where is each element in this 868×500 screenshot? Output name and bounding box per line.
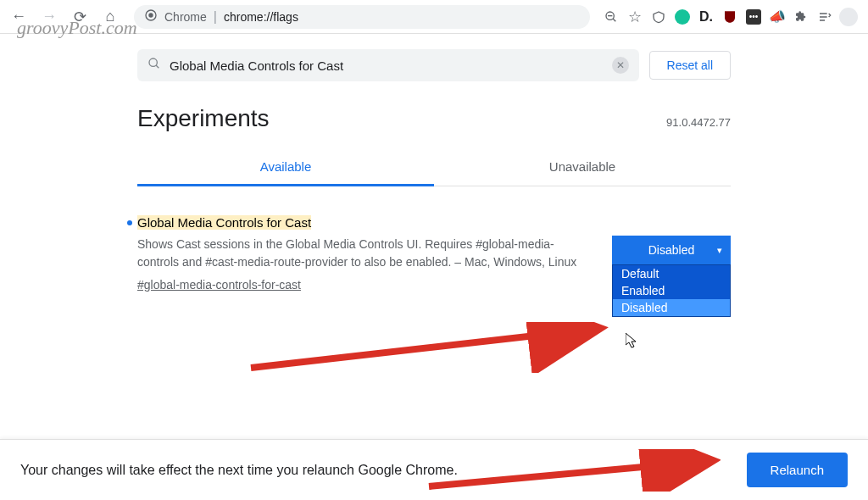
tabs: Available Unavailable xyxy=(137,149,731,186)
toolbar-right: ☆ D. ••• 📣 xyxy=(602,8,861,26)
relaunch-bar: Your changes will take effect the next t… xyxy=(0,439,868,500)
home-button[interactable]: ⌂ xyxy=(98,5,122,29)
svg-point-5 xyxy=(149,58,157,66)
header-row: Experiments 91.0.4472.77 xyxy=(137,105,731,132)
flag-entry: Global Media Controls for Cast Shows Cas… xyxy=(137,215,731,343)
svg-point-1 xyxy=(148,13,153,17)
flag-title: Global Media Controls for Cast xyxy=(137,215,311,230)
reading-list-icon[interactable] xyxy=(815,8,834,26)
tab-unavailable[interactable]: Unavailable xyxy=(434,149,731,186)
select-value: Disabled xyxy=(648,243,694,257)
search-icon xyxy=(147,57,161,74)
flag-hash-link[interactable]: #global-media-controls-for-cast xyxy=(137,278,301,292)
forward-button[interactable]: → xyxy=(37,5,61,29)
search-input[interactable] xyxy=(170,58,604,73)
svg-line-4 xyxy=(613,19,615,21)
zoom-icon[interactable] xyxy=(602,8,620,26)
reset-all-button[interactable]: Reset all xyxy=(649,51,731,80)
extensions-icon[interactable] xyxy=(792,8,810,26)
chevron-down-icon: ▾ xyxy=(717,245,722,256)
profile-avatar[interactable] xyxy=(839,8,858,26)
reload-button[interactable]: ⟳ xyxy=(68,5,92,29)
search-box[interactable]: ✕ xyxy=(137,49,639,81)
campaign-icon[interactable]: 📣 xyxy=(768,8,787,26)
chrome-icon xyxy=(144,8,158,25)
option-disabled[interactable]: Disabled xyxy=(613,299,730,316)
tab-available[interactable]: Available xyxy=(137,149,434,186)
content-area: ✕ Reset all Experiments 91.0.4472.77 Ava… xyxy=(0,34,868,439)
page-title: Experiments xyxy=(137,105,270,132)
flag-state-select[interactable]: Disabled ▾ xyxy=(612,236,731,264)
option-enabled[interactable]: Enabled xyxy=(613,282,730,299)
flag-description: Shows Cast sessions in the Global Media … xyxy=(137,236,595,271)
search-row: ✕ Reset all xyxy=(137,42,731,97)
flag-options-dropdown: Default Enabled Disabled xyxy=(612,264,731,317)
clear-search-icon[interactable]: ✕ xyxy=(612,57,629,74)
url-path: chrome://flags xyxy=(224,10,298,24)
back-button[interactable]: ← xyxy=(7,5,31,29)
lastpass-icon[interactable]: ••• xyxy=(744,8,763,26)
pocket-icon[interactable] xyxy=(649,8,668,26)
dictionary-icon[interactable]: D. xyxy=(697,8,715,26)
relaunch-message: Your changes will take effect the next t… xyxy=(20,463,458,478)
svg-line-6 xyxy=(156,65,159,68)
star-icon[interactable]: ☆ xyxy=(626,8,644,26)
grammarly-icon[interactable] xyxy=(673,8,692,26)
url-host: Chrome xyxy=(164,10,207,24)
browser-toolbar: ← → ⟳ ⌂ Chrome | chrome://flags ☆ D. •••… xyxy=(0,0,868,34)
ublock-icon[interactable] xyxy=(721,8,739,26)
modified-dot-icon xyxy=(127,220,132,225)
option-default[interactable]: Default xyxy=(613,265,730,282)
flag-select-wrap: Disabled ▾ Default Enabled Disabled xyxy=(612,236,731,292)
url-bar[interactable]: Chrome | chrome://flags xyxy=(134,5,590,29)
relaunch-button[interactable]: Relaunch xyxy=(747,453,848,487)
version-label: 91.0.4472.77 xyxy=(666,116,731,129)
